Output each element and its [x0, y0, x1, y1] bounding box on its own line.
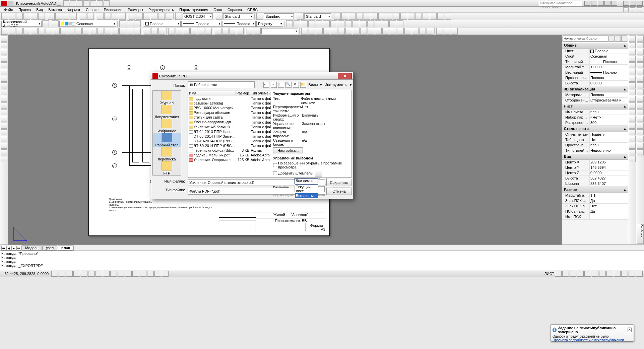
vm-erase-icon[interactable]: [629, 42, 636, 48]
col-size[interactable]: Размер: [236, 90, 250, 96]
vm-mirror-icon[interactable]: [629, 56, 636, 62]
dropdown-icon[interactable]: [8, 1, 13, 6]
vs9-icon[interactable]: [637, 89, 644, 95]
dim-jog-icon[interactable]: [445, 13, 451, 20]
file-row[interactable]: ЭТ 08-2014 ППР Заме...Папка с фай: [188, 134, 271, 139]
doc-minimize-icon[interactable]: [623, 7, 629, 12]
tab-last-icon[interactable]: ⏭: [16, 246, 21, 251]
sb-polar-icon[interactable]: [81, 271, 87, 277]
tab-plan[interactable]: план: [58, 245, 74, 251]
nav-right-icon[interactable]: [237, 28, 244, 34]
undo-icon[interactable]: [80, 13, 86, 20]
spds2-icon[interactable]: [444, 28, 450, 34]
lineweight-combo[interactable]: Послою: [222, 21, 256, 27]
vd-ellipse-icon[interactable]: [1, 96, 7, 102]
views-menu[interactable]: Виды: [308, 83, 319, 87]
preview-icon[interactable]: [31, 13, 38, 20]
dim-inspect-icon[interactable]: [437, 13, 444, 20]
dim-center-icon[interactable]: [430, 13, 437, 20]
rt1-close-icon[interactable]: [629, 36, 636, 42]
nav-left-icon[interactable]: [230, 28, 236, 34]
menu-service[interactable]: Сервис: [84, 7, 101, 12]
sb-qp-icon[interactable]: [140, 271, 146, 277]
sb-hw-icon[interactable]: [614, 271, 621, 277]
vm-array-icon[interactable]: [629, 69, 636, 75]
up-icon[interactable]: ↑: [278, 82, 284, 88]
property-row[interactable]: Знак ПСК ВКЛДа: [562, 198, 628, 204]
pickadd-icon[interactable]: [621, 36, 627, 42]
table2-icon[interactable]: [127, 28, 133, 34]
ml-style-combo[interactable]: Standard: [304, 13, 331, 19]
osnap5-icon[interactable]: [331, 28, 337, 34]
col-type[interactable]: Тип элемен: [250, 90, 271, 96]
settings-button[interactable]: Настройка...: [273, 147, 303, 153]
file-row[interactable]: статьи для сайтаПапка с фай: [188, 115, 271, 120]
modify-join-icon[interactable]: [375, 20, 381, 27]
file-row[interactable]: размеры автокадПапка с фай: [188, 101, 271, 106]
box-icon[interactable]: [158, 28, 165, 34]
modify-rotate-icon[interactable]: [330, 20, 337, 27]
place-desktop[interactable]: Рабочий стол: [153, 133, 181, 147]
tools-menu[interactable]: Инструменты: [323, 83, 348, 87]
folder-combo[interactable]: 🖥 Рабочий стол: [188, 81, 255, 88]
vd-table-icon[interactable]: [1, 149, 7, 155]
workspace-combo[interactable]: Классический AutoCAD: [1, 21, 42, 27]
menu-draw[interactable]: Рисование: [102, 7, 124, 12]
block-icon[interactable]: [82, 28, 89, 34]
delete-icon[interactable]: ✕: [293, 82, 299, 88]
modify-copy-icon[interactable]: [294, 20, 300, 27]
open-in-viewer-checkbox[interactable]: По завершении открыть в программе просмо…: [273, 161, 349, 169]
sb-ortho-icon[interactable]: [73, 271, 80, 277]
osnap9-icon[interactable]: [360, 28, 367, 34]
vm-stretch-icon[interactable]: [629, 96, 636, 102]
notif-link[interactable]: Просмотр подробностей о печати/публикаци…: [553, 338, 632, 342]
property-row[interactable]: Центр Y146.5694: [562, 165, 628, 170]
modify-scale-icon[interactable]: [338, 20, 344, 27]
polygon-icon[interactable]: [23, 28, 30, 34]
file-row[interactable]: Резервуары объемом...Папка с фай: [188, 110, 271, 115]
property-row[interactable]: Масштаб типа...1.0000: [562, 65, 628, 70]
dim-angular-icon[interactable]: [378, 13, 385, 20]
tab-model[interactable]: Модель: [21, 245, 42, 251]
export-opt-all[interactable]: Все листы: [295, 193, 318, 198]
sb-am-icon[interactable]: [154, 271, 161, 277]
osnap6-icon[interactable]: [338, 28, 345, 34]
property-group-header[interactable]: Лист▴: [562, 103, 628, 110]
ellipsearc-icon[interactable]: [75, 28, 82, 34]
qat-new-icon[interactable]: [63, 0, 69, 6]
menu-spds[interactable]: СПДС: [245, 7, 260, 12]
dim-aligned-icon[interactable]: [341, 13, 348, 20]
property-group-header[interactable]: Разное▴: [562, 187, 628, 193]
menu-insert[interactable]: Вставка: [46, 7, 64, 12]
text-icon[interactable]: [175, 13, 182, 20]
cancel-button[interactable]: Отмена: [326, 188, 352, 195]
property-group-header[interactable]: Вид▴: [562, 153, 628, 160]
zoomprev-icon[interactable]: [119, 13, 126, 20]
place-favorites[interactable]: Избранное: [153, 119, 181, 133]
render-icon[interactable]: [247, 28, 253, 34]
layout-icon[interactable]: [205, 28, 212, 34]
vd-hatch-icon[interactable]: [1, 129, 7, 135]
property-row[interactable]: Отображение ...Отбрасываемая и ...: [562, 98, 628, 103]
osnap13-icon[interactable]: [390, 28, 396, 34]
cut-icon[interactable]: [48, 13, 55, 20]
nav-dn-icon[interactable]: [222, 28, 229, 34]
sb-model-icon[interactable]: [555, 271, 562, 277]
newfolder-icon[interactable]: 📁: [300, 82, 306, 88]
menu-help[interactable]: Справка: [226, 7, 244, 12]
osnap15-icon[interactable]: [404, 28, 411, 34]
ssm-icon[interactable]: [151, 13, 157, 20]
sb-clean-icon[interactable]: [629, 271, 635, 277]
export-opt-current[interactable]: Текущий лист: [295, 185, 318, 193]
osnap3-icon[interactable]: [316, 28, 323, 34]
vs1-icon[interactable]: [637, 36, 644, 42]
layerstate-icon[interactable]: [119, 20, 126, 27]
property-row[interactable]: Имя ПСК: [562, 214, 628, 220]
dialog-close-button[interactable]: ✕: [338, 73, 352, 79]
vs17-icon[interactable]: [637, 143, 644, 149]
vd-arc-icon[interactable]: [1, 69, 7, 75]
property-row[interactable]: МатериалПослою: [562, 92, 628, 98]
vd-gradient-icon[interactable]: [1, 136, 7, 142]
color-combo[interactable]: Послою: [144, 21, 181, 27]
property-row[interactable]: Таблица стил...Нет: [562, 137, 628, 143]
